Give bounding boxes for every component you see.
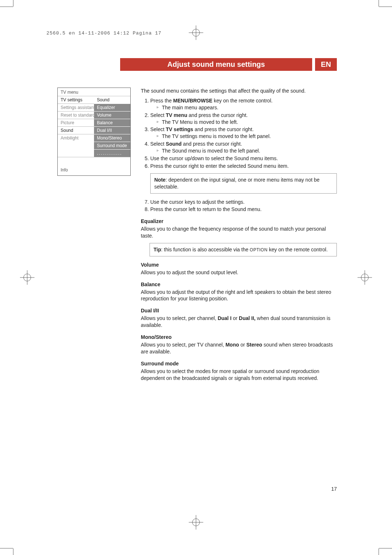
note-box: Note: dependent on the input signal, one…	[150, 173, 337, 194]
menu-right-item: Volume	[94, 111, 130, 119]
note-label: Note	[154, 177, 166, 183]
steps-list-2: Use the cursor keys to adjust the settin…	[141, 199, 337, 213]
menu-figure: TV menu TV settings Settings assistant R…	[57, 88, 131, 176]
step-text: Press the	[150, 98, 173, 104]
step-bold: TV menu	[166, 112, 187, 118]
step-result: The TV settings menu is moved to the lef…	[157, 133, 337, 140]
section-bold: Mono	[225, 342, 239, 348]
step-text: and press the cursor right.	[181, 141, 242, 147]
tip-text: key on the remote control.	[268, 247, 328, 252]
step-item: Select Sound and press the cursor right.…	[150, 141, 337, 154]
section-heading-dual: Dual I/II	[141, 307, 337, 314]
menu-right-column: Sound Equalizer Volume Balance Dual I/II…	[94, 96, 130, 157]
section-body: Allows you to adjust the sound output le…	[141, 269, 337, 276]
section-body: Allows you to select, per TV channel, Mo…	[141, 341, 337, 355]
page-body: Adjust sound menu settings EN TV menu TV…	[57, 58, 337, 384]
intro-text: The sound menu contains the settings tha…	[141, 88, 337, 94]
section-heading-volume: Volume	[141, 262, 337, 268]
title-row: Adjust sound menu settings EN	[120, 58, 337, 71]
step-text: and press the cursor right.	[187, 112, 248, 118]
step-text: Select	[150, 141, 166, 147]
print-mark: 2560.5 en 14-11-2006 14:12 Pagina 17	[46, 31, 162, 36]
step-item: Press the MENU/BROWSE key on the remote …	[150, 97, 337, 111]
step-text: and press the cursor right.	[193, 126, 254, 132]
step-bold: MENU/BROWSE	[173, 98, 212, 104]
menu-right-item: Balance	[94, 119, 130, 126]
menu-left-item: Settings assistant	[58, 104, 94, 111]
step-result: The Sound menu is moved to the left pane…	[157, 147, 337, 154]
menu-left-item: Sound	[58, 126, 94, 134]
menu-left-item: Ambilight	[58, 134, 94, 142]
section-heading-balance: Balance	[141, 281, 337, 288]
tip-key: OPTION	[250, 247, 268, 252]
tip-box: Tip: this function is also accessible vi…	[150, 243, 337, 256]
section-body: Allows you to adjust the output of the r…	[141, 289, 337, 303]
step-item: Select TV settings and press the cursor …	[150, 126, 337, 140]
tip-label: Tip	[154, 247, 161, 252]
tip-text: : this function is also accessible via t…	[161, 247, 250, 252]
step-text: Select	[150, 112, 166, 118]
crop-mark-top	[189, 25, 203, 40]
section-heading-mono: Mono/Stereo	[141, 334, 337, 341]
step-text: Select	[150, 126, 166, 132]
section-heading-equalizer: Equalizer	[141, 218, 337, 225]
note-text: : dependent on the input signal, one or …	[154, 177, 319, 190]
menu-right-item: Mono/Stereo	[94, 134, 130, 142]
section-text: Allows you to select, per TV channel,	[141, 342, 225, 348]
menu-figure-title: TV menu	[58, 88, 130, 96]
menu-left-item: Picture	[58, 119, 94, 126]
menu-right-dots: .............	[94, 149, 130, 157]
section-text: or	[239, 342, 246, 348]
section-body: Allows you to change the frequency respo…	[141, 226, 337, 239]
step-item: Use the cursor keys to adjust the settin…	[150, 199, 337, 206]
section-body: Allows you to select the modes for more …	[141, 368, 337, 382]
section-text: or	[232, 315, 239, 321]
crop-mark-right	[358, 270, 372, 285]
menu-right-item: Equalizer	[94, 104, 130, 111]
language-badge: EN	[315, 58, 337, 71]
step-item: Use the cursor up/down to select the Sou…	[150, 155, 337, 162]
step-item: Select TV menu and press the cursor righ…	[150, 112, 337, 126]
step-result: The TV Menu is moved to the left.	[157, 119, 337, 126]
content-column: The sound menu contains the settings tha…	[141, 88, 337, 384]
crop-mark-bottom	[189, 515, 203, 530]
section-bold: Dual I	[218, 315, 232, 321]
step-bold: TV settings	[166, 126, 193, 132]
menu-left-item: Reset to standard	[58, 111, 94, 119]
menu-info: Info	[58, 157, 130, 175]
crop-mark-left	[20, 270, 34, 285]
section-bold: Stereo	[246, 342, 262, 348]
section-body: Allows you to select, per channel, Dual …	[141, 315, 337, 329]
steps-list: Press the MENU/BROWSE key on the remote …	[141, 97, 337, 170]
section-bold: Dual II,	[239, 315, 256, 321]
menu-left-item: TV settings	[58, 96, 94, 104]
step-item: Press the cursor right to enter the sele…	[150, 163, 337, 170]
menu-right-head: Sound	[94, 96, 130, 104]
menu-right-item: Dual I/II	[94, 126, 130, 134]
step-item: Press the cursor left to return to the S…	[150, 206, 337, 213]
menu-left-column: TV settings Settings assistant Reset to …	[58, 96, 94, 157]
page-number: 17	[331, 486, 337, 492]
step-result: The main menu appears.	[157, 104, 337, 111]
section-heading-surround: Surround mode	[141, 360, 337, 367]
section-text: Allows you to select, per channel,	[141, 315, 218, 321]
menu-right-item: Surround mode	[94, 142, 130, 149]
page-title: Adjust sound menu settings	[120, 58, 312, 71]
step-text: key on the remote control.	[212, 98, 273, 104]
step-bold: Sound	[166, 141, 182, 147]
